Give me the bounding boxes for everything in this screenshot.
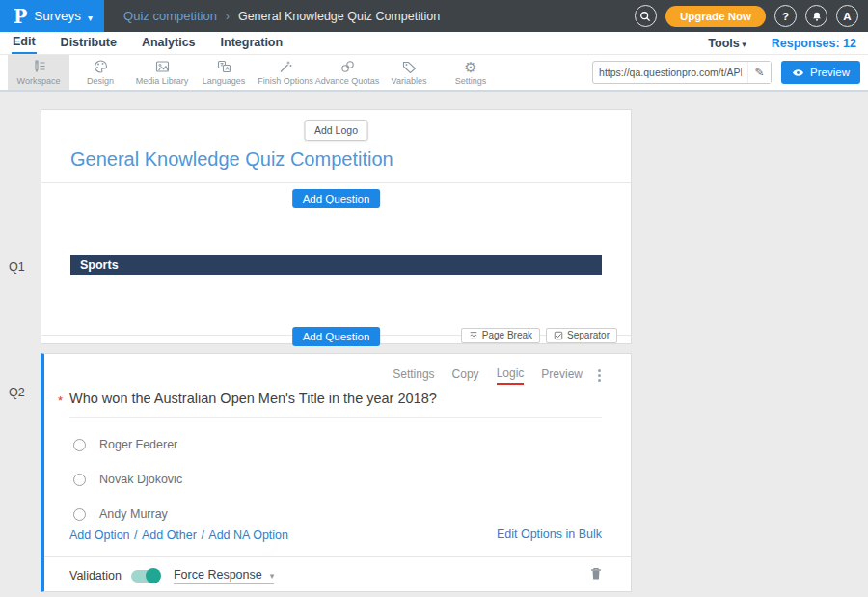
option-text[interactable]: Novak Djokovic: [99, 473, 182, 486]
break-buttons: Page Break Separator: [461, 328, 617, 343]
validation-row: Validation Force Response: [69, 567, 602, 584]
tab-distribute[interactable]: Distribute: [60, 33, 118, 53]
option-text[interactable]: Andy Murray: [99, 507, 168, 521]
toolbar-label: Variables: [392, 76, 427, 86]
add-option-link[interactable]: Add Option: [69, 529, 130, 542]
survey-url-input[interactable]: [593, 67, 747, 78]
svg-text:A: A: [225, 66, 229, 71]
chevron-down-icon: [270, 568, 275, 582]
breadcrumb: Quiz competition › General Knowledge Qui…: [123, 9, 440, 23]
survey-header-card: Add Logo General Knowledge Quiz Competit…: [41, 109, 632, 344]
survey-url-box: ✎: [592, 61, 772, 84]
tools-dropdown[interactable]: Tools: [708, 37, 746, 50]
chevron-down-icon: [88, 8, 93, 25]
section-title: Sports: [70, 258, 119, 272]
option-row: Roger Federer: [73, 438, 182, 451]
toolbar-label: Languages: [203, 76, 246, 86]
question-text[interactable]: Who won the Australian Open Men's Title …: [69, 391, 602, 418]
media-library-icon: [154, 59, 171, 74]
add-logo-button[interactable]: Add Logo: [304, 120, 368, 141]
toolbar-item-design[interactable]: Design: [69, 55, 131, 90]
separator-label: Separator: [567, 330, 610, 340]
separator-button[interactable]: Separator: [546, 328, 617, 343]
nav-tabs-bar: Edit Distribute Analytics Integration To…: [0, 32, 868, 55]
questionpro-logo: P: [14, 5, 27, 27]
add-option-links: Add Option / Add Other / Add NA Option: [69, 526, 288, 543]
section-header-sports[interactable]: Sports: [70, 255, 602, 275]
search-button[interactable]: [635, 5, 657, 27]
add-other-link[interactable]: Add Other: [142, 529, 197, 542]
breadcrumb-current: General Knowledge Quiz Competition: [238, 10, 440, 23]
add-question-button-mid[interactable]: Add Question: [292, 327, 381, 346]
radio-button[interactable]: [73, 439, 86, 451]
page-break-button[interactable]: Page Break: [461, 328, 540, 343]
toolbar-item-finish-options[interactable]: Finish Options: [255, 55, 316, 90]
tabs-right: Tools Responses: 12: [708, 37, 856, 50]
question-preview-link[interactable]: Preview: [541, 367, 583, 384]
page-break-icon: [469, 331, 478, 340]
toolbar-item-variables[interactable]: Variables: [378, 55, 440, 90]
option-text[interactable]: Roger Federer: [99, 438, 177, 451]
edit-url-button[interactable]: ✎: [747, 62, 771, 83]
divider: [41, 182, 631, 183]
divider: [44, 556, 631, 557]
tab-integration[interactable]: Integration: [220, 33, 285, 53]
toolbar-label: Finish Options: [258, 76, 313, 86]
topbar-actions: Upgrade Now ? A: [635, 5, 868, 27]
validation-toggle[interactable]: [131, 570, 160, 583]
toolbar-right: ✎ Preview: [592, 55, 868, 90]
responses-count[interactable]: Responses: 12: [772, 37, 856, 50]
force-response-label: Force Response: [174, 568, 262, 582]
question-copy-link[interactable]: Copy: [452, 367, 479, 384]
survey-editor-canvas: Q1 Q2 Add Logo General Knowledge Quiz Co…: [0, 92, 868, 597]
toolbar-label: Design: [87, 76, 114, 86]
breadcrumb-folder[interactable]: Quiz competition: [123, 9, 217, 23]
eye-icon: [792, 68, 804, 77]
link-separator: /: [201, 529, 203, 542]
option-row: Novak Djokovic: [73, 473, 182, 486]
add-na-option-link[interactable]: Add NA Option: [208, 529, 288, 542]
avatar[interactable]: A: [836, 5, 858, 27]
option-row: Andy Murray: [73, 507, 182, 521]
edit-options-bulk-link[interactable]: Edit Options in Bulk: [497, 528, 602, 541]
breadcrumb-separator-icon: ›: [226, 10, 230, 23]
toolbar-item-media-library[interactable]: Media Library: [131, 55, 193, 90]
top-bar: P Surveys Quiz competition › General Kno…: [0, 0, 868, 32]
question-logic-link[interactable]: Logic: [497, 366, 525, 385]
kebab-menu-icon[interactable]: [598, 369, 602, 382]
toolbar-item-workspace[interactable]: Workspace: [8, 55, 69, 90]
design-icon: [93, 59, 109, 74]
upgrade-now-button[interactable]: Upgrade Now: [665, 6, 766, 27]
question-card-q2: Settings Copy Logic Preview * Who won th…: [41, 353, 632, 592]
tab-analytics[interactable]: Analytics: [141, 33, 197, 53]
add-question-button-top[interactable]: Add Question: [292, 189, 381, 208]
toggle-knob: [146, 568, 161, 583]
preview-label: Preview: [810, 67, 850, 78]
product-name: Surveys: [34, 9, 81, 23]
question-settings-link[interactable]: Settings: [393, 367, 434, 384]
variables-icon: [401, 59, 418, 74]
editor-toolbar: Workspace Design Media Library A Languag…: [0, 55, 868, 92]
radio-button[interactable]: [73, 474, 86, 486]
toolbar-item-advance-quotas[interactable]: Advance Quotas: [316, 55, 378, 90]
delete-question-button[interactable]: [590, 567, 602, 584]
preview-button[interactable]: Preview: [781, 61, 860, 84]
settings-icon: ⚙: [464, 60, 476, 74]
toolbar-item-languages[interactable]: A Languages: [193, 55, 255, 90]
validation-label: Validation: [69, 569, 122, 583]
notifications-button[interactable]: [805, 5, 827, 27]
advance-quotas-icon: [339, 59, 356, 74]
option-links-row: Add Option / Add Other / Add NA Option E…: [69, 526, 602, 543]
help-button[interactable]: ?: [774, 5, 797, 27]
toolbar-label: Workspace: [17, 76, 61, 86]
toolbar-label: Media Library: [136, 76, 189, 86]
question-actions: Settings Copy Logic Preview: [393, 366, 602, 385]
survey-title[interactable]: General Knowledge Quiz Competition: [70, 149, 393, 171]
force-response-dropdown[interactable]: Force Response: [174, 568, 274, 584]
tab-edit[interactable]: Edit: [12, 32, 37, 54]
surveys-menu[interactable]: P Surveys: [0, 0, 104, 32]
bell-icon: [811, 11, 823, 22]
question-number-q1: Q1: [9, 260, 25, 274]
radio-button[interactable]: [73, 508, 86, 521]
toolbar-item-settings[interactable]: ⚙ Settings: [440, 55, 502, 90]
